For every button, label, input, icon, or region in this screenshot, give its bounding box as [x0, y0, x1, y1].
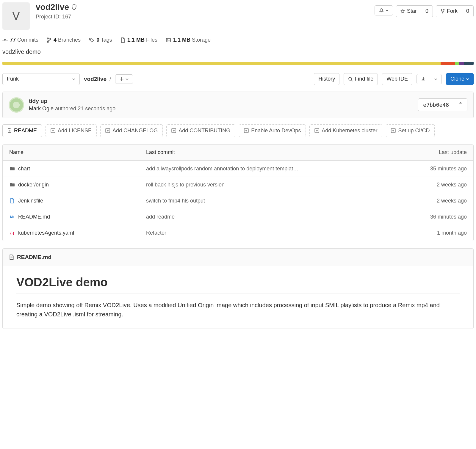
tag-icon — [89, 37, 94, 43]
breadcrumb-root[interactable]: vod2live — [84, 76, 107, 82]
files-size-stat[interactable]: 1.1 MB Files — [120, 37, 157, 43]
add-k8s-chip[interactable]: Add Kubernetes cluster — [309, 124, 382, 137]
author-avatar[interactable] — [9, 97, 24, 113]
table-row[interactable]: M↓README.mdadd readme36 minutes ago — [3, 209, 473, 225]
star-icon — [400, 9, 405, 14]
storage-size-stat[interactable]: 1.1 MB Storage — [166, 37, 211, 43]
svg-point-11 — [349, 77, 352, 80]
commit-meta: Mark Ogle authored 21 seconds ago — [29, 106, 413, 112]
col-update-header: Last update — [401, 149, 467, 156]
file-name[interactable]: kubernetesAgents.yaml — [18, 230, 74, 236]
plus-square-icon — [51, 128, 55, 133]
table-row[interactable]: {·}kubernetesAgents.yamlRefactor1 month … — [3, 225, 473, 241]
file-last-update: 36 minutes ago — [401, 214, 467, 220]
file-last-commit[interactable]: switch to fmp4 hls output — [146, 198, 401, 204]
readme-filename[interactable]: README.md — [17, 254, 51, 260]
add-dropdown[interactable] — [115, 74, 133, 84]
language-segment[interactable] — [464, 62, 474, 65]
fork-button-group[interactable]: Fork 0 — [436, 5, 474, 17]
svg-point-4 — [47, 38, 48, 39]
md-icon: M↓ — [9, 215, 15, 219]
web-ide-button[interactable]: Web IDE — [382, 73, 412, 85]
chevron-down-icon — [434, 78, 437, 81]
project-id: Project ID: 167 — [36, 14, 369, 20]
plus-square-icon — [391, 128, 396, 133]
svg-point-3 — [4, 39, 6, 41]
table-row[interactable]: chartadd allwaysrollpods random annotati… — [3, 161, 473, 177]
project-title[interactable]: vod2live — [36, 2, 69, 12]
branches-stat[interactable]: 4 Branches — [47, 37, 81, 43]
add-contributing-chip[interactable]: Add CONTRIBUTING — [166, 124, 235, 137]
file-name[interactable]: Jenkinsfile — [18, 198, 43, 204]
setup-cicd-chip[interactable]: Set up CI/CD — [386, 124, 435, 137]
file-last-update: 2 weeks ago — [401, 182, 467, 188]
svg-point-0 — [441, 9, 442, 10]
bell-icon — [379, 8, 384, 13]
file-table-header: Name Last commit Last update — [3, 145, 473, 161]
language-segment[interactable] — [441, 62, 455, 65]
add-license-chip[interactable]: Add LICENSE — [46, 124, 97, 137]
svg-point-2 — [442, 12, 443, 13]
tags-stat[interactable]: 0 Tags — [89, 37, 112, 43]
history-button[interactable]: History — [314, 73, 339, 85]
language-segment[interactable] — [455, 62, 460, 65]
commit-author[interactable]: Mark Ogle — [29, 106, 54, 112]
auto-devops-chip[interactable]: Enable Auto DevOps — [239, 124, 306, 137]
svg-point-6 — [50, 38, 51, 40]
search-icon — [348, 77, 353, 81]
star-button[interactable]: Star — [396, 5, 421, 17]
readme-chip[interactable]: README — [2, 124, 42, 137]
download-button[interactable] — [416, 74, 430, 84]
star-label: Star — [407, 8, 417, 15]
folder-icon — [9, 166, 15, 171]
plus-square-icon — [171, 128, 176, 133]
plus-square-icon — [314, 128, 319, 133]
clone-button[interactable]: Clone — [446, 73, 474, 85]
copy-sha-button[interactable] — [454, 98, 467, 111]
add-changelog-chip[interactable]: Add CHANGELOG — [100, 124, 163, 137]
last-commit-box: tidy up Mark Ogle authored 21 seconds ag… — [2, 92, 474, 118]
breadcrumb: vod2live / — [84, 76, 111, 82]
file-last-commit[interactable]: roll back hlsjs to previous version — [146, 182, 401, 188]
file-name[interactable]: chart — [18, 166, 30, 172]
star-button-group[interactable]: Star 0 — [396, 5, 433, 17]
star-count[interactable]: 0 — [421, 5, 433, 17]
svg-point-10 — [167, 41, 167, 41]
project-chips: README Add LICENSE Add CHANGELOG Add CON… — [2, 124, 474, 137]
file-name[interactable]: docker/origin — [18, 182, 49, 188]
table-row[interactable]: docker/originroll back hlsjs to previous… — [3, 177, 473, 193]
file-last-commit[interactable]: Refactor — [146, 230, 401, 236]
file-last-commit[interactable]: add readme — [146, 214, 401, 220]
fork-button[interactable]: Fork — [436, 5, 462, 17]
file-last-update: 2 weeks ago — [401, 198, 467, 204]
language-bar — [2, 62, 474, 65]
chevron-down-icon — [386, 9, 389, 12]
table-row[interactable]: Jenkinsfileswitch to fmp4 hls output2 we… — [3, 193, 473, 209]
plus-square-icon — [105, 128, 110, 133]
doc-icon — [9, 255, 14, 260]
language-segment[interactable] — [2, 62, 441, 65]
svg-rect-12 — [459, 103, 462, 107]
project-avatar: V — [2, 2, 30, 30]
file-icon — [9, 198, 15, 203]
find-file-button[interactable]: Find file — [344, 73, 378, 85]
notification-dropdown[interactable] — [375, 5, 393, 15]
branch-icon — [47, 37, 51, 43]
chevron-down-icon — [466, 78, 469, 81]
commits-stat[interactable]: 77 Commits — [2, 37, 38, 43]
plus-icon — [120, 77, 124, 81]
chevron-down-icon — [72, 78, 75, 81]
commit-sha[interactable]: e7bb0e48 — [418, 98, 454, 111]
readme-h1: VOD2Live demo — [16, 276, 460, 293]
file-name[interactable]: README.md — [18, 214, 50, 220]
download-icon — [421, 77, 426, 81]
language-segment[interactable] — [459, 62, 464, 65]
file-last-commit[interactable]: add allwaysrollpods random annotation to… — [146, 166, 401, 172]
branch-selector[interactable]: trunk — [2, 73, 80, 85]
fork-count[interactable]: 0 — [462, 5, 474, 17]
download-dropdown[interactable] — [430, 74, 442, 84]
commit-title[interactable]: tidy up — [29, 98, 413, 104]
file-table: Name Last commit Last update chartadd al… — [2, 144, 474, 241]
commit-time: 21 seconds ago — [78, 106, 115, 112]
commit-icon — [2, 37, 8, 43]
